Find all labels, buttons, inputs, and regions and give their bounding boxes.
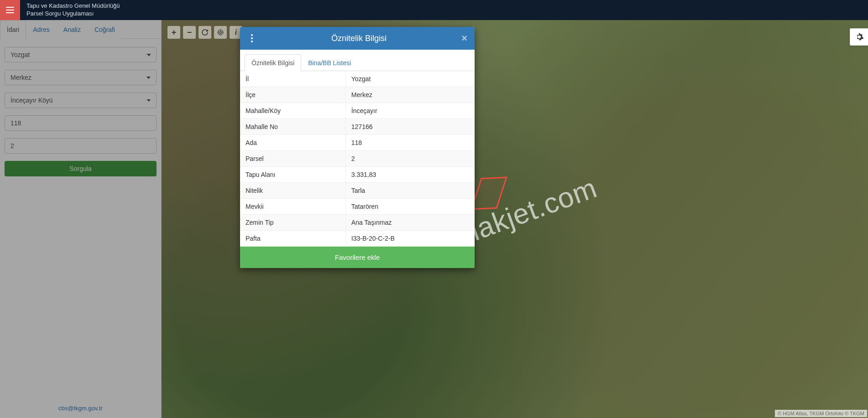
attr-value: Ana Taşınmaz bbox=[345, 215, 475, 231]
attr-key: Ada bbox=[240, 135, 345, 151]
zoom-in-button[interactable]: + bbox=[167, 26, 180, 39]
modal-tabs: Öznitelik BilgisiBina/BB Listesi bbox=[240, 50, 475, 71]
zoom-out-button[interactable]: − bbox=[183, 26, 196, 39]
attr-value: Tatarören bbox=[345, 199, 475, 215]
map-attribution: © HGM Atlas, TKGM Ortofoto © TKGM bbox=[775, 410, 867, 417]
table-row: Zemin TipAna Taşınmaz bbox=[240, 215, 475, 231]
ilce-select[interactable]: Merkez bbox=[5, 70, 157, 85]
attr-value: 118 bbox=[345, 135, 475, 151]
sorgula-button[interactable]: Sorgula bbox=[5, 161, 157, 176]
sidebar-form: Yozgat Merkez İnceçayır Köyü Sorgula bbox=[0, 39, 161, 181]
hamburger-icon bbox=[6, 7, 14, 13]
attr-key: İlçe bbox=[240, 87, 345, 103]
svg-point-1 bbox=[218, 30, 223, 35]
gear-icon bbox=[855, 32, 864, 41]
table-row: İlYozgat bbox=[240, 71, 475, 87]
attr-value: Tarla bbox=[345, 183, 475, 199]
attr-key: Mahalle/Köy bbox=[240, 103, 345, 119]
modal-close-button[interactable]: × bbox=[461, 33, 467, 43]
table-row: Parsel2 bbox=[240, 151, 475, 167]
navbar-titles: Tapu ve Kadastro Genel Müdürlüğü Parsel … bbox=[26, 2, 120, 18]
attr-key: Tapu Alanı bbox=[240, 167, 345, 183]
table-row: Mahalle/Köyİnceçayır bbox=[240, 103, 475, 119]
app-title-line2: Parsel Sorgu Uygulaması bbox=[26, 10, 120, 18]
attr-key: Mahalle No bbox=[240, 119, 345, 135]
table-row: MevkiiTatarören bbox=[240, 199, 475, 215]
locate-button[interactable] bbox=[214, 26, 227, 39]
navbar: Tapu ve Kadastro Genel Müdürlüğü Parsel … bbox=[0, 0, 868, 20]
table-row: Mahalle No127166 bbox=[240, 119, 475, 135]
table-row: Tapu Alanı3.331,83 bbox=[240, 167, 475, 183]
table-row: Ada118 bbox=[240, 135, 475, 151]
attr-value: 127166 bbox=[345, 119, 475, 135]
map-toolbar: + − i bbox=[167, 26, 242, 39]
modal-tab[interactable]: Bina/BB Listesi bbox=[301, 54, 358, 71]
modal-header[interactable]: Öznitelik Bilgisi × bbox=[240, 27, 475, 50]
attr-key: Mevkii bbox=[240, 199, 345, 215]
attr-key: Zemin Tip bbox=[240, 215, 345, 231]
close-icon: × bbox=[461, 32, 467, 44]
table-row: PaftaI33-B-20-C-2-B bbox=[240, 231, 475, 247]
attribute-table: İlYozgatİlçeMerkezMahalle/KöyİnceçayırMa… bbox=[240, 71, 475, 247]
kebab-icon bbox=[251, 34, 253, 36]
minus-icon: − bbox=[187, 28, 192, 36]
modal-tab[interactable]: Öznitelik Bilgisi bbox=[245, 54, 301, 71]
attr-value: İnceçayır bbox=[345, 103, 475, 119]
sidebar-tab-i̇dari[interactable]: İdari bbox=[0, 20, 26, 39]
attr-key: Parsel bbox=[240, 151, 345, 167]
attr-value: Merkez bbox=[345, 87, 475, 103]
table-row: İlçeMerkez bbox=[240, 87, 475, 103]
attr-value: Yozgat bbox=[345, 71, 475, 87]
parsel-input[interactable] bbox=[5, 138, 157, 154]
attr-value: 2 bbox=[345, 151, 475, 167]
modal-menu-button[interactable] bbox=[247, 31, 256, 45]
refresh-icon bbox=[201, 29, 209, 36]
sidebar-tabs: İdariAdresAnalizCoğrafi bbox=[0, 20, 161, 39]
refresh-button[interactable] bbox=[199, 26, 211, 39]
plus-icon: + bbox=[172, 28, 177, 36]
sidebar-tab-coğrafi[interactable]: Coğrafi bbox=[88, 20, 122, 39]
attr-key: Pafta bbox=[240, 231, 345, 247]
mahalle-select[interactable]: İnceçayır Köyü bbox=[5, 93, 157, 108]
attr-value: 3.331,83 bbox=[345, 167, 475, 183]
il-select[interactable]: Yozgat bbox=[5, 47, 157, 62]
add-favorite-button[interactable]: Favorilere ekle bbox=[240, 247, 475, 268]
sidebar-tab-adres[interactable]: Adres bbox=[26, 20, 57, 39]
footer-email-link[interactable]: cbs@tkgm.gov.tr bbox=[58, 405, 103, 412]
modal-title: Öznitelik Bilgisi bbox=[256, 34, 461, 43]
menu-toggle-button[interactable] bbox=[0, 0, 20, 20]
sidebar: İdariAdresAnalizCoğrafi Yozgat Merkez İn… bbox=[0, 20, 162, 418]
ada-input[interactable] bbox=[5, 115, 157, 131]
locate-icon bbox=[217, 29, 224, 36]
attr-value: I33-B-20-C-2-B bbox=[345, 231, 475, 247]
attribute-modal: Öznitelik Bilgisi × Öznitelik BilgisiBin… bbox=[240, 27, 475, 268]
attr-key: İl bbox=[240, 71, 345, 87]
sidebar-footer: cbs@tkgm.gov.tr bbox=[0, 398, 161, 418]
settings-button[interactable] bbox=[850, 28, 868, 46]
sidebar-tab-analiz[interactable]: Analiz bbox=[57, 20, 88, 39]
info-icon: i bbox=[235, 29, 237, 36]
table-row: NitelikTarla bbox=[240, 183, 475, 199]
svg-point-0 bbox=[220, 31, 221, 33]
app-title-line1: Tapu ve Kadastro Genel Müdürlüğü bbox=[26, 2, 120, 10]
attr-key: Nitelik bbox=[240, 183, 345, 199]
